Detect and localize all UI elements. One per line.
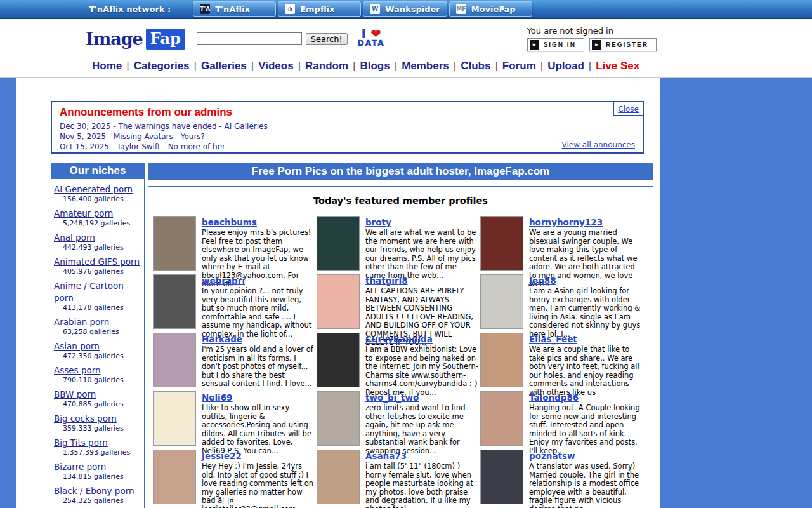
nav-item-galleries[interactable]: Galleries: [201, 60, 247, 72]
profile-username-link[interactable]: Ellas_Feet: [529, 334, 577, 344]
view-all-announces-link[interactable]: View all announces: [562, 140, 635, 149]
network-site-wankspider[interactable]: WWankspider: [363, 1, 447, 17]
niche-link-asian-porn[interactable]: Asian porn: [54, 341, 100, 351]
main-banner: Free Porn Pics on the biggest adult host…: [148, 163, 653, 180]
signin-status: You are not signed in: [527, 26, 657, 36]
profile-text: thatgirl8ALL CAPTIONS ARE PURELY FANTASY…: [365, 274, 478, 333]
profile-card: beachbumsPlease enjoy mrs b's pictures! …: [153, 216, 317, 274]
profile-text: HarkadeI'm 25 years old and a lover of e…: [202, 333, 315, 391]
logo-text-image: Image: [86, 29, 143, 49]
niche-item: Animated GIFS porn405,976 galleries: [54, 255, 143, 276]
niche-link-big-cocks-porn[interactable]: Big cocks porn: [54, 413, 117, 424]
niche-item: AI Generated porn156,400 galleries: [54, 183, 143, 204]
profile-thumbnail[interactable]: [317, 333, 360, 387]
profile-username-link[interactable]: beachbums: [202, 217, 257, 227]
profile-card: webrabriIn your opinion ?... not truly v…: [153, 274, 317, 333]
network-site-empflix[interactable]: ◑Empflix: [278, 1, 361, 17]
nav-item-blogs[interactable]: Blogs: [360, 60, 390, 72]
niches-sidebar: Our niches AI Generated porn156,400 gall…: [51, 163, 145, 508]
niche-link-amateur-porn[interactable]: Amateur porn: [54, 208, 113, 218]
profile-thumbnail[interactable]: [480, 333, 523, 387]
niche-item: Bizarre porn134,815 galleries: [54, 460, 143, 481]
signin-area: You are not signed in ► SIGN IN ► REGIST…: [527, 26, 657, 51]
niche-link-arabian-porn[interactable]: Arabian porn: [54, 317, 109, 327]
niche-link-big-tits-porn[interactable]: Big Tits porn: [54, 438, 108, 448]
profile-thumbnail[interactable]: [480, 450, 523, 504]
nav-item-clubs[interactable]: Clubs: [461, 60, 490, 72]
profile-username-link[interactable]: Talondp86: [529, 392, 579, 403]
profile-card: HarkadeI'm 25 years old and a lover of e…: [153, 333, 317, 391]
profile-thumbnail[interactable]: [153, 333, 196, 387]
profile-username-link[interactable]: CurvyBandida: [365, 334, 433, 344]
profile-thumbnail[interactable]: [317, 216, 360, 271]
profile-thumbnail[interactable]: [317, 391, 360, 446]
announcement-link[interactable]: Dec 30, 2025 - The warnings have ended -…: [60, 122, 268, 131]
announcement-link[interactable]: Nov 5, 2025 - Missing Avatars - Yours?: [60, 132, 205, 142]
search-input[interactable]: [197, 32, 302, 45]
profile-username-link[interactable]: webrabri: [202, 276, 245, 286]
profile-thumbnail[interactable]: [153, 391, 196, 446]
nav-item-home[interactable]: Home: [92, 60, 122, 72]
profile-username-link[interactable]: Neli69: [202, 392, 233, 403]
nav-item-live-sex[interactable]: Live Sex: [596, 60, 639, 72]
profile-username-link[interactable]: hornyhorny123: [529, 217, 603, 227]
profile-card: Jessie22Hey Hey :) I'm Jessie, 24yrs old…: [153, 450, 317, 508]
niche-link-animated-gifs-porn[interactable]: Animated GIFS porn: [54, 257, 140, 267]
profile-username-link[interactable]: two_bi_two: [365, 392, 419, 403]
profile-username-link[interactable]: Asana73: [365, 451, 407, 461]
niche-item: Arabian porn63,258 galleries: [54, 316, 143, 337]
search-button[interactable]: Search!: [306, 33, 348, 45]
register-button[interactable]: ► REGISTER: [589, 38, 657, 51]
nav-item-random[interactable]: Random: [305, 60, 348, 72]
profile-username-link[interactable]: Jessie22: [202, 451, 242, 461]
profile-description: I am a BBW exhibitionist: Love to expose…: [365, 345, 478, 397]
arrow-icon: ►: [592, 40, 601, 50]
profile-card: poznatswA translator was used. Sorry) Ma…: [480, 450, 644, 508]
niche-link-asses-porn[interactable]: Asses porn: [54, 365, 101, 375]
profile-thumbnail[interactable]: [317, 450, 360, 504]
network-site-t-naflix[interactable]: T'AT'nAflix: [193, 1, 276, 17]
logo-text-fap: Fap: [146, 29, 185, 50]
nav-item-videos[interactable]: Videos: [258, 60, 293, 72]
profile-description: A translator was used. Sorry) Married co…: [529, 462, 642, 508]
profile-text: webrabriIn your opinion ?... not truly v…: [202, 274, 315, 333]
profile-username-link[interactable]: Jen88: [529, 276, 556, 286]
niche-link-ai-generated-porn[interactable]: AI Generated porn: [54, 184, 133, 194]
profile-username-link[interactable]: poznatsw: [529, 451, 575, 461]
network-site-moviefap[interactable]: MFMovieFap: [449, 1, 532, 17]
nav-item-upload[interactable]: Upload: [547, 60, 584, 72]
nav-separator: |: [298, 60, 301, 72]
profile-text: brotyWe all are what we want to be the m…: [365, 216, 478, 274]
profile-thumbnail[interactable]: [153, 274, 196, 329]
niche-link-bizarre-porn[interactable]: Bizarre porn: [54, 462, 106, 472]
profile-thumbnail[interactable]: [480, 216, 523, 271]
niche-link-anal-porn[interactable]: Anal porn: [54, 232, 95, 243]
sign-in-button[interactable]: ► SIGN IN: [527, 38, 584, 51]
profile-username-link[interactable]: thatgirl8: [365, 276, 408, 286]
profile-username-link[interactable]: broty: [365, 217, 391, 227]
announcement-link[interactable]: Oct 15, 2025 - Taylor Swift - No more of…: [60, 142, 225, 152]
profile-thumbnail[interactable]: [153, 216, 196, 271]
profile-text: Jessie22Hey Hey :) I'm Jessie, 24yrs old…: [202, 450, 315, 508]
profile-thumbnail[interactable]: [480, 274, 523, 329]
niche-item: Big Tits porn1,357,393 galleries: [54, 436, 143, 457]
nav-item-forum[interactable]: Forum: [502, 60, 536, 72]
niche-link-anime-cartoon-porn[interactable]: Anime / Cartoon porn: [54, 281, 124, 303]
profile-text: Ellas_FeetWe are a couple that like to t…: [529, 333, 642, 391]
profile-username-link[interactable]: Harkade: [202, 334, 242, 344]
profile-thumbnail[interactable]: [153, 450, 196, 504]
profile-description: I am a Asian girl looking for horny exch…: [529, 287, 642, 338]
profile-description: zero limits and want to find other fetis…: [365, 404, 478, 455]
niche-link-bbw-porn[interactable]: BBW porn: [54, 389, 96, 399]
nav-separator: |: [454, 60, 456, 72]
nav-item-categories[interactable]: Categories: [134, 60, 190, 72]
site-logo[interactable]: Image Fap: [86, 29, 185, 50]
niche-link-black-ebony-porn[interactable]: Black / Ebony porn: [54, 486, 134, 496]
profile-card: hornyhorny123We are a young married bise…: [480, 216, 644, 274]
close-button[interactable]: Close: [618, 105, 639, 114]
profile-text: Jen88I am a Asian girl looking for horny…: [529, 274, 642, 333]
profile-thumbnail[interactable]: [317, 274, 360, 329]
profile-thumbnail[interactable]: [480, 391, 523, 446]
profile-card: thatgirl8ALL CAPTIONS ARE PURELY FANTASY…: [317, 274, 480, 333]
nav-item-members[interactable]: Members: [402, 60, 449, 72]
